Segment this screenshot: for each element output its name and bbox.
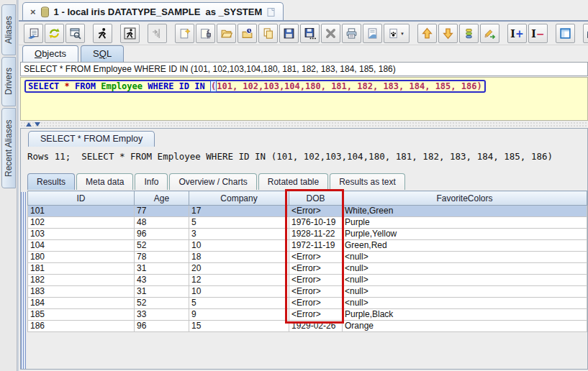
table-row[interactable]: 1824312<Error><null> <box>28 275 587 286</box>
cell-id[interactable]: 182 <box>28 275 135 286</box>
cell-age[interactable]: 31 <box>135 286 189 298</box>
cell-company[interactable]: 10 <box>189 240 289 252</box>
sidebar-tab-drivers[interactable]: Drivers <box>1 57 16 106</box>
collapse-down-icon[interactable] <box>35 122 40 127</box>
cell-age[interactable]: 48 <box>135 217 189 229</box>
cell-dob[interactable]: <Error> <box>289 263 343 275</box>
tab-objects[interactable]: Objects <box>22 45 78 62</box>
cell-dob[interactable]: <Error> <box>289 298 343 309</box>
cell-age[interactable]: 33 <box>135 309 189 321</box>
cell-dob[interactable]: <Error> <box>289 206 343 217</box>
sql-history-combo[interactable]: SELECT * FROM Employee WHERE ID IN (101,… <box>20 62 588 76</box>
cell-id[interactable]: 101 <box>28 206 135 217</box>
cell-company[interactable]: 10 <box>189 286 289 298</box>
column-header-company[interactable]: Company <box>189 191 289 206</box>
tab-results-as-text[interactable]: Results as text <box>330 173 405 190</box>
cell-dob[interactable]: 1928-11-22 <box>289 229 343 240</box>
recent-files-icon[interactable] <box>238 24 257 43</box>
run-all-sql-icon[interactable] <box>120 24 140 43</box>
save-as-icon[interactable] <box>300 24 320 43</box>
new-session-window-icon[interactable] <box>583 24 588 43</box>
cell-company[interactable]: 5 <box>189 298 289 309</box>
table-row[interactable]: 1024851976-10-19Purple <box>28 217 587 229</box>
cell-id[interactable]: 186 <box>28 321 135 332</box>
cell-colors[interactable]: Orange <box>343 321 587 332</box>
cell-company[interactable]: 3 <box>189 229 289 240</box>
column-header-favoritecolors[interactable]: FavoriteColors <box>343 191 587 206</box>
catalog-search-icon[interactable] <box>65 24 85 43</box>
cell-age[interactable]: 96 <box>135 229 189 240</box>
cell-company[interactable]: 5 <box>189 217 289 229</box>
cell-colors[interactable]: <null> <box>343 252 587 263</box>
sql-editor[interactable]: SELECT * FROM Employee WHERE ID IN (101,… <box>20 77 588 121</box>
copy-file-icon[interactable] <box>258 24 278 43</box>
table-row[interactable]: 1833110<Error><null> <box>28 286 587 298</box>
cell-colors[interactable]: White,Green <box>343 206 587 217</box>
cell-colors[interactable]: <null> <box>343 298 587 309</box>
split-pane-divider[interactable] <box>20 122 588 128</box>
decrease-font-icon[interactable]: I− <box>528 24 548 43</box>
collapse-up-icon[interactable] <box>26 122 32 127</box>
table-row[interactable]: 184525<Error><null> <box>28 298 587 309</box>
cell-id[interactable]: 185 <box>28 309 135 321</box>
table-row[interactable]: 1807818<Error><null> <box>28 252 587 263</box>
cell-id[interactable]: 103 <box>28 229 135 240</box>
tab-results[interactable]: Results <box>27 173 75 190</box>
cell-age[interactable]: 52 <box>135 298 189 309</box>
cell-company[interactable]: 17 <box>189 206 289 217</box>
reconnect-file-icon[interactable] <box>196 24 215 43</box>
cell-id[interactable]: 104 <box>28 240 135 252</box>
cell-dob[interactable]: <Error> <box>289 252 343 263</box>
cell-id[interactable]: 184 <box>28 298 135 309</box>
table-row[interactable]: 1017717<Error>White,Green <box>28 206 587 217</box>
cell-colors[interactable]: <null> <box>343 275 587 286</box>
cell-colors[interactable]: <null> <box>343 286 587 298</box>
column-header-dob[interactable]: DOB <box>289 191 343 206</box>
print-preview-icon[interactable] <box>363 24 382 43</box>
cell-age[interactable]: 52 <box>135 240 189 252</box>
toggle-layout-icon[interactable] <box>556 24 575 43</box>
open-folder-icon[interactable] <box>217 24 236 43</box>
tab-info[interactable]: Info <box>135 173 168 190</box>
cell-id[interactable]: 180 <box>28 252 135 263</box>
table-row[interactable]: 185339<Error>Purple,Black <box>28 309 587 321</box>
cell-age[interactable]: 31 <box>135 263 189 275</box>
cell-dob[interactable]: <Error> <box>289 286 343 298</box>
session-properties-icon[interactable] <box>24 24 43 43</box>
sidebar-tab-recent-aliases[interactable]: Recent Aliases <box>1 108 16 188</box>
table-row[interactable]: 10452101972-11-19Green,Red <box>28 240 587 252</box>
close-file-icon[interactable] <box>321 24 340 43</box>
cell-age[interactable]: 43 <box>135 275 189 286</box>
cell-colors[interactable]: Purple,Black <box>343 309 587 321</box>
current-sql-statement[interactable]: SELECT * FROM Employee WHERE ID IN (101,… <box>24 80 486 93</box>
tab-sql[interactable]: SQL <box>81 45 124 62</box>
cell-age[interactable]: 78 <box>135 252 189 263</box>
next-result-icon[interactable] <box>438 24 458 43</box>
table-row[interactable]: 1039631928-11-22Purple,Yellow <box>28 229 587 240</box>
previous-result-icon[interactable] <box>417 24 437 43</box>
result-set-tab[interactable]: SELECT * FROM Employ <box>28 131 155 147</box>
dropdown-caret-icon[interactable]: ▼ <box>400 32 404 36</box>
run-sql-icon[interactable] <box>93 24 112 43</box>
table-row[interactable]: 18696151929-02-26Orange <box>28 321 587 332</box>
cell-id[interactable]: 102 <box>28 217 135 229</box>
cell-company[interactable]: 9 <box>189 309 289 321</box>
cell-colors[interactable]: Purple,Yellow <box>343 229 587 240</box>
cell-company[interactable]: 15 <box>189 321 289 332</box>
cell-dob[interactable]: <Error> <box>289 309 343 321</box>
tab-rotated-table[interactable]: Rotated table <box>258 173 328 190</box>
refresh-icon[interactable] <box>45 24 64 43</box>
document-icon[interactable] <box>266 7 276 17</box>
cell-company[interactable]: 12 <box>189 275 289 286</box>
new-file-icon[interactable] <box>175 24 194 43</box>
cell-id[interactable]: 181 <box>28 263 135 275</box>
cell-dob[interactable]: 1929-02-26 <box>289 321 343 332</box>
print-icon[interactable] <box>342 24 361 43</box>
increase-font-icon[interactable]: I+ <box>507 24 527 43</box>
cell-colors[interactable]: Purple <box>343 217 587 229</box>
tab-meta-data[interactable]: Meta data <box>76 173 133 190</box>
sidebar-tab-aliases[interactable]: Aliases <box>1 4 16 55</box>
session-title-tab[interactable]: × 1 - local iris DATATYPE_SAMPLE as _SYS… <box>22 2 284 21</box>
table-row[interactable]: 1813120<Error><null> <box>28 263 587 275</box>
tab-overview-charts[interactable]: Overview / Charts <box>169 173 256 190</box>
